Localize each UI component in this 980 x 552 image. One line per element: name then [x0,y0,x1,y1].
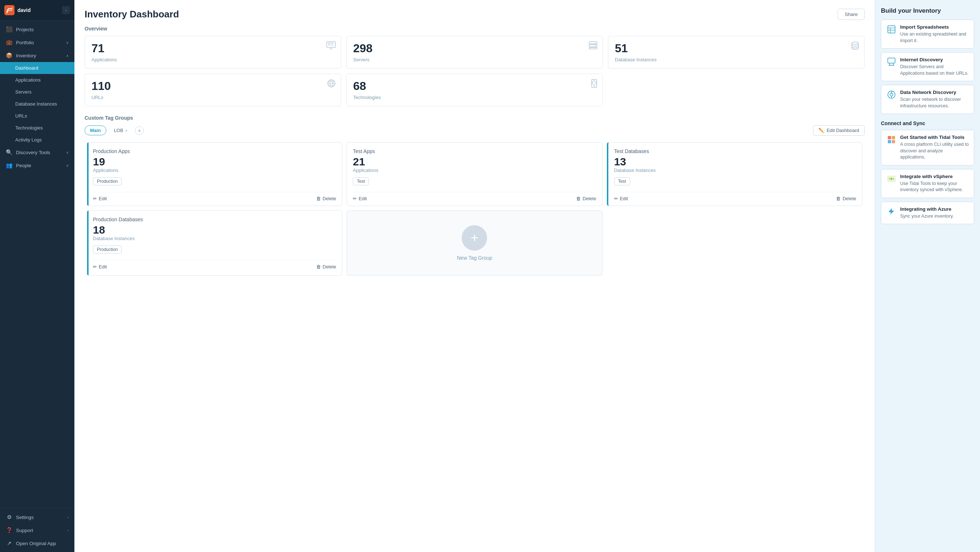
stat-card-applications: 71 Applications [84,36,341,68]
edit-dashboard-button[interactable]: ✏️ Edit Dashboard [813,125,865,136]
tab-lob-close[interactable]: × [125,128,127,133]
tab-add-button[interactable]: + [135,126,144,135]
delete-icon-test: 🗑 [576,196,581,201]
discovery-icon: 🔍 [6,149,12,155]
edit-button-test-databases[interactable]: ✏ Edit [614,196,628,201]
tidal-tools-icon [886,135,897,146]
overview-grid: 71 Applications 298 Servers 51 [84,36,865,106]
tag-card-number-production-apps: 19 [93,155,336,168]
sidebar-item-label-people: People [16,163,31,168]
sidebar-item-database-instances[interactable]: Database Instances [0,98,75,110]
stat-card-urls: 110 URLs [84,74,341,106]
sidebar-item-label-inventory: Inventory [16,53,36,59]
sidebar-item-label-applications: Applications [15,77,41,83]
sidebar-item-support[interactable]: ❓ Support › [0,524,75,537]
tag-card-test-databases: Test Databases 13 Database Instances Tes… [607,142,862,206]
internet-discovery-content: Internet Discovery Discover Servers and … [900,57,969,76]
tab-lob[interactable]: LOB × [108,125,133,135]
tabs-row: Main LOB × + [84,125,144,135]
svg-rect-40 [892,140,895,143]
delete-button-production-databases[interactable]: 🗑 Delete [316,264,336,270]
delete-button-test-apps[interactable]: 🗑 Delete [576,196,597,201]
inventory-arrow-icon: ∧ [66,54,68,58]
vsphere-icon [886,174,897,185]
right-card-vsphere[interactable]: Integrate with vSphere Use Tidal Tools t… [881,169,974,198]
urls-icon [327,79,336,90]
page-title: Inventory Dashboard [84,9,179,20]
delete-button-test-databases[interactable]: 🗑 Delete [836,196,856,201]
tidal-tools-content: Get Started with Tidal Tools A cross pla… [900,135,969,161]
tidal-tools-title: Get Started with Tidal Tools [900,135,969,140]
sidebar-item-activity-logs[interactable]: Activity Logs [0,134,75,146]
azure-title: Integrating with Azure [900,206,954,212]
stat-number-applications: 71 [91,42,334,55]
sidebar-item-dashboard[interactable]: Dashboard [0,62,75,74]
sidebar-item-inventory[interactable]: 📦 Inventory ∧ [0,49,75,62]
sidebar-item-applications[interactable]: Applications [0,74,75,86]
spreadsheet-icon [886,25,897,36]
import-spreadsheets-desc: Use an existing spreadsheet and import i… [900,31,969,44]
tidal-tools-desc: A cross platform CLI utility used to dis… [900,141,969,161]
svg-rect-10 [589,42,597,44]
tag-card-subtitle-production-databases: Database Instances [93,236,336,241]
new-tag-circle-icon: + [462,225,487,251]
tag-card-production-databases: Production Databases 18 Database Instanc… [87,210,342,276]
stat-number-database: 51 [615,42,858,55]
stat-card-database-instances: 51 Database Instances [608,36,865,68]
new-tag-group-card[interactable]: + New Tag Group [347,210,602,276]
sidebar-item-servers[interactable]: Servers [0,86,75,98]
right-card-import-spreadsheets[interactable]: Import Spreadsheets Use an existing spre… [881,20,974,49]
sidebar-header: david ‹ [0,0,75,21]
portfolio-arrow-icon: ∨ [66,41,68,44]
sidebar-item-technologies[interactable]: Technologies [0,122,75,134]
edit-button-production-apps[interactable]: ✏ Edit [93,196,107,201]
tag-card-actions-production-databases: ✏ Edit 🗑 Delete [93,260,336,270]
sidebar-item-people[interactable]: 👥 People ∨ [0,159,75,172]
sidebar-item-open-original-app[interactable]: ↗ Open Original App [0,537,75,550]
sidebar-item-projects[interactable]: ⬛ Projects [0,23,75,36]
sidebar-collapse-button[interactable]: ‹ [62,6,70,14]
vsphere-desc: Use Tidal Tools to keep your inventory s… [900,181,969,193]
tag-card-number-test-apps: 21 [353,155,596,168]
right-card-azure[interactable]: Integrating with Azure Sync your Azure i… [881,201,974,225]
sidebar-item-discovery-tools[interactable]: 🔍 Discovery Tools ∨ [0,146,75,159]
sidebar-item-urls[interactable]: URLs [0,110,75,122]
edit-button-test-apps[interactable]: ✏ Edit [353,196,367,201]
tag-card-subtitle-production-apps: Applications [93,168,336,173]
delete-label: Delete [323,196,336,201]
right-card-internet-discovery[interactable]: Internet Discovery Discover Servers and … [881,52,974,81]
import-spreadsheets-content: Import Spreadsheets Use an existing spre… [900,24,969,44]
delete-button-production-apps[interactable]: 🗑 Delete [316,196,336,201]
sidebar-item-label-support: Support [16,528,33,533]
svg-point-15 [852,42,858,44]
sidebar-item-portfolio[interactable]: 💼 Portfolio ∨ [0,36,75,49]
tag-card-number-production-databases: 18 [93,224,336,236]
center-panel: Inventory Dashboard Share Overview 71 Ap… [75,0,875,552]
delete-icon-proddb: 🗑 [316,264,321,270]
servers-icon [589,41,597,51]
nav-section-main: ⬛ Projects 💼 Portfolio ∨ 📦 Inventory ∧ D… [0,21,75,174]
internet-discovery-icon [886,58,897,68]
stat-number-servers: 298 [353,42,596,55]
people-icon: 👥 [6,162,12,169]
discovery-arrow-icon: ∨ [66,151,68,154]
tab-main[interactable]: Main [84,125,107,135]
vsphere-title: Integrate with vSphere [900,174,969,179]
tag-card-accent [87,143,89,206]
sidebar-item-label-open-original-app: Open Original App [16,541,56,546]
svg-rect-14 [589,48,597,49]
edit-button-production-databases[interactable]: ✏ Edit [93,264,107,270]
inventory-icon: 📦 [6,52,12,59]
svg-rect-29 [888,58,895,63]
tag-card-actions-test-databases: ✏ Edit 🗑 Delete [614,192,856,201]
tag-card-title-test-databases: Test Databases [614,148,856,154]
right-card-tidal-tools[interactable]: Get Started with Tidal Tools A cross pla… [881,130,974,165]
projects-icon: ⬛ [6,26,12,33]
tag-card-production-apps: Production Apps 19 Applications Producti… [87,142,342,206]
sidebar-item-settings[interactable]: ⚙ Settings › [0,511,75,524]
stat-number-technologies: 68 [353,80,596,92]
page-header: Inventory Dashboard Share [84,9,865,20]
share-button[interactable]: Share [838,9,865,20]
sidebar-item-label-activity-logs: Activity Logs [15,137,42,143]
right-card-data-network-discovery[interactable]: Data Network Discovery Scan your network… [881,85,974,114]
